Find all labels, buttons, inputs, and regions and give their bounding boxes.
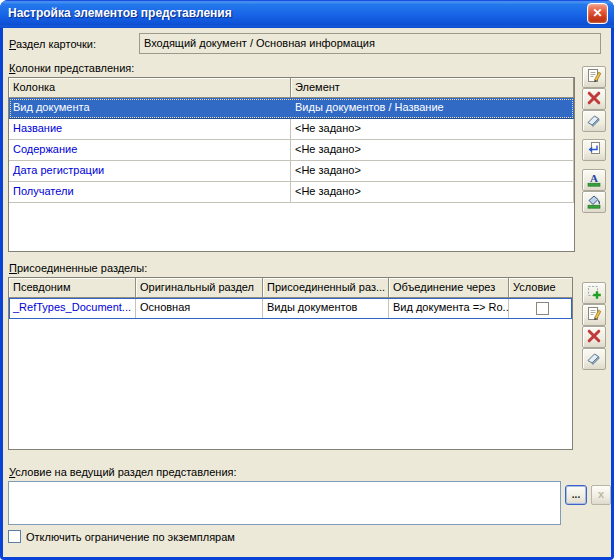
font-color-icon: A — [586, 171, 602, 189]
edit-icon — [586, 68, 602, 86]
font-color-button[interactable]: A — [582, 169, 606, 191]
browse-condition-button[interactable]: ... — [565, 485, 587, 505]
cell-element: <Не задано> — [291, 182, 574, 203]
card-section-value: Входящий документ / Основная информация — [144, 37, 375, 49]
cell-condition — [509, 298, 572, 319]
window-title: Настройка элементов представления — [8, 6, 587, 20]
disable-limit-label: Отключить ограничение по экземплярам — [26, 531, 235, 543]
joined-table-header: Псевдоним Оригинальный раздел Присоедине… — [9, 278, 572, 298]
cell-column: Дата регистрации — [9, 161, 291, 182]
card-section-field: Входящий документ / Основная информация — [139, 33, 601, 54]
cell-element: <Не задано> — [291, 140, 574, 161]
delete-column-button[interactable] — [582, 88, 606, 110]
header-original-section[interactable]: Оригинальный раздел — [136, 278, 263, 298]
clear-condition-button[interactable]: x — [591, 485, 611, 505]
add-icon — [586, 284, 602, 302]
title-bar[interactable]: Настройка элементов представления ✕ — [0, 0, 614, 28]
close-button[interactable]: ✕ — [587, 3, 608, 24]
header-joined-section[interactable]: Присоединенный раз... — [263, 278, 389, 298]
edit-column-button[interactable] — [582, 66, 606, 88]
insert-element-button[interactable] — [582, 139, 606, 161]
delete-icon — [586, 328, 602, 346]
insert-element-icon — [586, 141, 602, 159]
fill-color-button[interactable] — [582, 191, 606, 213]
disable-limit-checkbox[interactable] — [8, 530, 21, 543]
column-header-element[interactable]: Элемент — [291, 78, 574, 98]
cell-column: Вид документа — [9, 98, 291, 119]
cell-element: <Не задано> — [291, 161, 574, 182]
joined-sections-label: Присоединенные разделы: — [9, 262, 147, 274]
eraser-icon — [586, 112, 602, 130]
condition-section-label: Условие на ведущий раздел представления: — [9, 466, 237, 478]
column-header-kolonka[interactable]: Колонка — [9, 78, 291, 98]
columns-section-label: Колонки представления: — [9, 62, 134, 74]
dialog-window: Настройка элементов представления ✕ Разд… — [0, 0, 614, 560]
fill-color-icon — [586, 193, 602, 211]
cell-original-section: Основная — [136, 298, 263, 319]
delete-icon — [586, 90, 602, 108]
close-icon: ✕ — [592, 6, 602, 20]
table-row[interactable]: Название <Не задано> — [9, 119, 574, 140]
cell-element: Виды документов / Название — [291, 98, 574, 119]
cell-join-via: Вид документа => Ro... — [389, 298, 509, 319]
eraser-icon — [586, 350, 602, 368]
cell-column: Содержание — [9, 140, 291, 161]
condition-checkbox[interactable] — [536, 302, 549, 315]
columns-table: Колонка Элемент Вид документа Виды докум… — [8, 77, 575, 252]
table-row[interactable]: Содержание <Не задано> — [9, 140, 574, 161]
add-section-button[interactable] — [582, 282, 606, 304]
table-row[interactable]: Получатели <Не задано> — [9, 182, 574, 203]
card-section-label: Раздел карточки: — [9, 38, 96, 50]
edit-section-button[interactable] — [582, 304, 606, 326]
clear-section-button[interactable] — [582, 348, 606, 370]
delete-section-button[interactable] — [582, 326, 606, 348]
cell-element: <Не задано> — [291, 119, 574, 140]
edit-icon — [586, 306, 602, 324]
table-row[interactable]: Дата регистрации <Не задано> — [9, 161, 574, 182]
svg-text:A: A — [590, 172, 598, 184]
cell-column: Название — [9, 119, 291, 140]
header-alias[interactable]: Псевдоним — [9, 278, 136, 298]
clear-x-icon: x — [598, 488, 604, 500]
condition-input[interactable] — [8, 481, 561, 525]
clear-column-button[interactable] — [582, 110, 606, 132]
table-row[interactable]: _RefTypes_Document... Основная Виды доку… — [9, 298, 572, 319]
cell-alias: _RefTypes_Document... — [9, 298, 136, 319]
dialog-body: Раздел карточки: Входящий документ / Осн… — [3, 28, 611, 557]
table-row[interactable]: Вид документа Виды документов / Название — [9, 98, 574, 119]
ellipsis-icon: ... — [572, 489, 580, 500]
columns-table-header: Колонка Элемент — [9, 78, 574, 98]
cell-column: Получатели — [9, 182, 291, 203]
header-join-via[interactable]: Объединение через — [389, 278, 509, 298]
cell-joined-section: Виды документов — [263, 298, 389, 319]
header-condition[interactable]: Условие — [509, 278, 572, 298]
joined-sections-table: Псевдоним Оригинальный раздел Присоедине… — [8, 277, 573, 450]
